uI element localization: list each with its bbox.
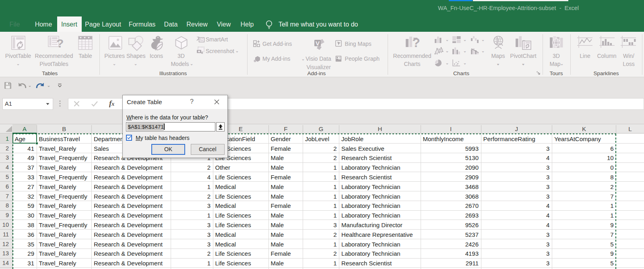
- svg-text:V: V: [316, 40, 320, 47]
- svg-text:?: ?: [56, 37, 64, 50]
- svg-text:?: ?: [412, 35, 420, 50]
